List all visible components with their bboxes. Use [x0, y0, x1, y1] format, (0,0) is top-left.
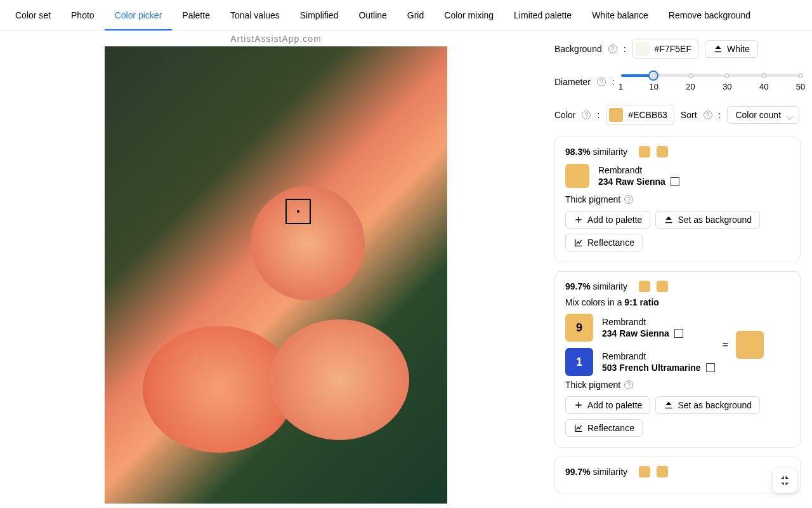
result-card: 99.7% similarity Mix colors in a 9:1 rat… — [554, 271, 801, 448]
sort-select[interactable]: Color count — [727, 106, 799, 124]
tab-outline[interactable]: Outline — [348, 0, 396, 30]
match-swatch — [657, 281, 668, 292]
match-swatch — [657, 146, 668, 157]
tab-grid[interactable]: Grid — [397, 0, 434, 30]
tab-white-balance[interactable]: White balance — [582, 0, 658, 30]
slider-mark-label: 10 — [649, 82, 658, 91]
sort-label: Sort — [681, 110, 697, 120]
similarity-label: similarity — [593, 281, 627, 291]
tab-palette[interactable]: Palette — [172, 0, 220, 30]
tab-bar: Color setPhotoColor pickerPaletteTonal v… — [0, 0, 812, 31]
thick-pigment-label: Thick pigment — [565, 380, 620, 390]
background-hex: #F7F5EF — [655, 44, 691, 54]
watermark: ArtistAssistApp.com — [0, 31, 552, 46]
picked-swatch — [609, 108, 623, 122]
tab-simplified[interactable]: Simplified — [290, 0, 349, 30]
tab-limited-palette[interactable]: Limited palette — [504, 0, 582, 30]
tab-color-set[interactable]: Color set — [5, 0, 61, 30]
help-icon[interactable]: ? — [597, 77, 606, 86]
checkbox[interactable] — [674, 329, 683, 338]
paint-name: 234 Raw Sienna — [598, 177, 665, 187]
controls-panel: Background ?: #F7F5EF White Diameter ?: … — [552, 31, 812, 508]
paint-name: 234 Raw Sienna — [602, 328, 669, 338]
equals: = — [723, 339, 728, 351]
add-to-palette-button[interactable]: Add to palette — [565, 396, 650, 414]
similarity-label: similarity — [593, 147, 627, 157]
fill-icon — [713, 44, 723, 54]
white-button[interactable]: White — [705, 40, 758, 58]
slider-mark-label: 50 — [796, 82, 805, 91]
help-icon[interactable]: ? — [608, 44, 617, 53]
tab-remove-background[interactable]: Remove background — [658, 0, 761, 30]
similarity-value: 98.3% — [565, 147, 591, 157]
target-swatch — [639, 281, 650, 292]
target-swatch — [639, 466, 650, 478]
similarity-label: similarity — [593, 467, 627, 477]
match-swatch — [657, 466, 668, 478]
diameter-slider[interactable]: 11020304050 — [621, 70, 801, 93]
help-icon[interactable]: ? — [704, 110, 712, 119]
picked-hex: #ECBB63 — [628, 110, 667, 120]
collapse-fab[interactable] — [773, 469, 797, 493]
result-card: 98.3% similarity Rembrandt 234 Raw Sienn… — [554, 137, 801, 262]
paint-brand: Rembrandt — [602, 351, 715, 361]
background-swatch — [636, 42, 650, 56]
collapse-icon — [779, 475, 790, 486]
color-label: Color — [554, 110, 575, 120]
similarity-value: 99.7% — [565, 467, 591, 477]
paint-name: 503 French Ultramarine — [602, 363, 701, 373]
checkbox[interactable] — [671, 177, 679, 186]
slider-mark-label: 20 — [686, 82, 695, 91]
help-icon[interactable]: ? — [582, 110, 591, 119]
tab-tonal-values[interactable]: Tonal values — [220, 0, 290, 30]
ratio-swatch: 9 — [565, 314, 593, 342]
ratio-swatch: 1 — [565, 348, 593, 376]
thick-pigment-label: Thick pigment — [565, 194, 620, 204]
photo-canvas[interactable] — [105, 46, 447, 504]
mix-ratio-text: Mix colors in a 9:1 ratio — [565, 297, 790, 307]
help-icon[interactable]: ? — [624, 195, 633, 204]
paint-brand: Rembrandt — [602, 317, 683, 327]
photo-panel: ArtistAssistApp.com — [0, 31, 552, 508]
reflectance-button[interactable]: Reflectance — [565, 419, 643, 437]
reflectance-button[interactable]: Reflectance — [565, 234, 643, 251]
slider-mark-label: 30 — [723, 82, 731, 91]
background-label: Background — [554, 44, 602, 54]
set-as-background-button[interactable]: Set as background — [655, 396, 760, 414]
checkbox[interactable] — [706, 363, 715, 372]
paint-brand: Rembrandt — [598, 165, 679, 175]
add-to-palette-button[interactable]: Add to palette — [565, 211, 650, 229]
result-card: 99.7% similarity — [554, 457, 801, 493]
picker-crosshair[interactable] — [285, 199, 311, 224]
paint-swatch — [565, 164, 589, 188]
set-as-background-button[interactable]: Set as background — [655, 211, 760, 229]
background-color-chip[interactable]: #F7F5EF — [632, 39, 698, 59]
tab-color-picker[interactable]: Color picker — [105, 0, 173, 30]
diameter-label: Diameter — [554, 77, 591, 87]
result-swatch — [736, 331, 764, 359]
slider-mark-label: 1 — [619, 82, 623, 91]
picked-color-chip[interactable]: #ECBB63 — [606, 105, 674, 125]
target-swatch — [639, 146, 650, 157]
tab-photo[interactable]: Photo — [61, 0, 105, 30]
help-icon[interactable]: ? — [624, 380, 633, 389]
slider-mark-label: 40 — [759, 82, 768, 91]
tab-color-mixing[interactable]: Color mixing — [434, 0, 504, 30]
similarity-value: 99.7% — [565, 281, 591, 291]
